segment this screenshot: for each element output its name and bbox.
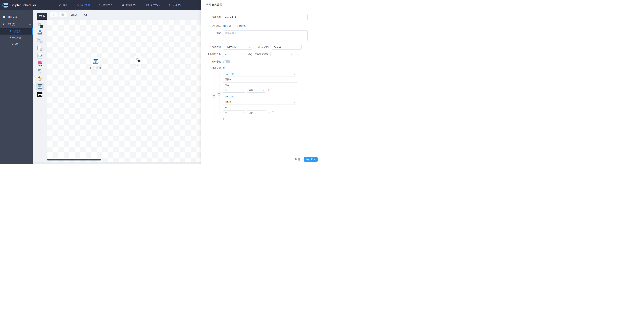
description-label: 描述 <box>201 30 223 36</box>
chevron-down-icon <box>298 46 300 48</box>
spark-star: ✶ <box>41 54 42 56</box>
dag-node-shell[interactable]: >_ <box>134 56 142 64</box>
shell-icon: >_ <box>37 22 43 28</box>
retry-times-label: 失败重试次数 <box>201 52 223 57</box>
sidebar-item-workflow-instance[interactable]: 工作流实例 <box>0 34 33 41</box>
dep1-workflow-select[interactable]: 日报B <box>223 77 297 82</box>
confirm-add-button[interactable]: 确认添加 <box>304 157 318 162</box>
worker-group-select[interactable]: Default <box>272 45 302 50</box>
cancel-button[interactable]: 取消 <box>295 158 300 161</box>
spark-icon: ✶ Spark <box>38 53 42 58</box>
dep2-task-select[interactable]: ALL <box>223 105 297 110</box>
flink-icon: Flink <box>38 61 42 66</box>
tool-shell[interactable]: >_ <box>36 21 44 29</box>
plus-circle-icon <box>272 111 274 114</box>
dep2-delete-button[interactable] <box>267 111 270 114</box>
tool-flink[interactable]: Flink <box>36 60 44 67</box>
dep1-task-select[interactable]: ALL <box>223 82 297 87</box>
chevron-down-icon <box>294 106 296 108</box>
nav-item-security-center[interactable]: 安全中心 <box>168 0 183 10</box>
dep-group-delete-button[interactable] <box>223 117 226 120</box>
main-nav: 首页 项目管理 资源中心 数据源中心 监控中心 安全中心 <box>58 0 183 10</box>
chevron-down-icon <box>294 78 296 80</box>
tool-mr[interactable]: MR oo <box>36 67 44 75</box>
tool-python[interactable]: py <box>36 75 44 83</box>
retry-times-select[interactable]: 0 <box>223 52 247 57</box>
canvas-horizontal-scrollbar[interactable] <box>47 159 101 160</box>
sidebar-item-workflow-definition[interactable]: 工作流定义 <box>0 28 33 34</box>
tool-dependent[interactable] <box>36 83 44 90</box>
mr-icon: MR oo <box>38 69 42 73</box>
nav-item-datasource-center[interactable]: 数据源中心 <box>121 0 138 10</box>
tool-sql[interactable] <box>36 36 44 44</box>
task-toolbox: >_ ✶ Spark Flink <box>33 20 47 162</box>
workflow-tab-label: 周报A <box>70 10 77 20</box>
sidebar-collapse-handle[interactable]: ‹ <box>33 76 35 84</box>
tool-http[interactable]: ••• HTTP <box>36 90 44 98</box>
dep1-delete-button[interactable] <box>267 89 270 92</box>
view-code-button[interactable]: </> <box>50 12 58 17</box>
dep2-range-select[interactable]: 上周 <box>247 110 266 115</box>
sidebar-item-project-home[interactable]: 项目首页 <box>0 13 33 21</box>
arrow-right-circle-icon: ➜ <box>62 13 64 16</box>
chevron-down-icon <box>29 23 31 25</box>
sidebar-item-workflow[interactable]: 工作流 <box>0 21 33 28</box>
nav-item-monitor-center[interactable]: 监控中心 <box>146 0 160 10</box>
run-flag-prohibit-radio[interactable]: 禁止执行 <box>235 24 248 27</box>
copy-icon <box>84 13 87 16</box>
dep1-cycle-select[interactable]: 周 <box>223 88 245 93</box>
shield-check-icon <box>169 4 172 6</box>
copy-workflow-button[interactable] <box>84 13 87 17</box>
tool-procedure[interactable] <box>36 44 44 52</box>
tool-spark[interactable]: ✶ Spark <box>36 52 44 60</box>
dep2-workflow-select[interactable]: 日报C <box>223 100 297 104</box>
brand[interactable]: DolphinScheduler <box>0 2 42 8</box>
dag-canvas[interactable]: tasks-17859 >_ a <box>47 20 201 162</box>
dep-add-item-button[interactable] <box>272 111 274 114</box>
nav-item-resource-center[interactable]: 资源中心 <box>98 0 113 10</box>
canvas-header: 工具栏 </> ➜ 周报A <box>33 10 201 20</box>
chevron-down-icon <box>294 101 296 103</box>
chevron-down-icon <box>294 84 296 85</box>
chevron-down-icon <box>242 89 244 91</box>
dolphin-logo-icon <box>2 2 9 8</box>
retry-interval-select[interactable]: 1 <box>270 52 294 57</box>
dependency-inner-relation-badge[interactable]: 且 <box>217 92 221 96</box>
dolphinscheduler-app: DolphinScheduler 首页 项目管理 资源中心 数据源中心 监控中心 <box>0 0 322 164</box>
plus-circle-icon <box>223 66 226 69</box>
chevron-down-icon <box>294 96 296 97</box>
dep1-project-select[interactable]: cxc_1113 <box>223 72 297 76</box>
shell-icon: >_ <box>136 57 140 62</box>
nav-item-project-management[interactable]: 项目管理 <box>76 0 90 10</box>
retry-interval-label: 失败重试间隔 <box>254 53 270 56</box>
dag-node-label: tasks-17859 <box>90 67 101 69</box>
dependency-outer-relation-badge[interactable]: 且 <box>212 94 216 98</box>
add-dependency-button[interactable] <box>223 66 226 69</box>
arrow-up-icon: ↑ <box>225 46 226 48</box>
radio-unselected-icon <box>235 25 238 27</box>
sidebar-item-task-instance[interactable]: 任务实例 <box>0 41 33 47</box>
toolbox-title: 工具栏 <box>37 13 47 20</box>
node-settings-drawer: 当前节点设置 节点名称 运行标志 正常 <box>201 0 322 164</box>
dep1-range-select[interactable]: 本周 <box>247 88 266 93</box>
go-button[interactable]: ➜ <box>59 12 67 17</box>
dep2-cycle-select[interactable]: 周 <box>223 110 245 115</box>
nav-item-home[interactable]: 首页 <box>58 0 68 10</box>
description-textarea[interactable] <box>223 30 308 41</box>
trash-icon <box>267 111 270 114</box>
dependency-editor: 且 且 cxc_1113 日报B ALL <box>201 72 322 122</box>
timeout-alarm-toggle[interactable] <box>223 60 230 63</box>
radio-selected-icon <box>223 25 226 27</box>
run-flag-normal-radio[interactable]: 正常 <box>223 24 232 27</box>
timeout-alarm-label: 超时告警 <box>201 59 223 64</box>
drawer-footer: 取消 确认添加 <box>201 155 322 164</box>
folder-open-icon <box>99 4 102 6</box>
retry-times-unit: (次) <box>247 52 254 57</box>
left-sidebar: 项目首页 工作流 工作流定义 工作流实例 任务实例 <box>0 10 33 164</box>
dependent-icon <box>93 58 99 65</box>
node-name-input[interactable] <box>223 14 308 20</box>
dep2-project-select[interactable]: cxc_1113 <box>223 94 297 99</box>
dag-node-dependent[interactable] <box>91 57 100 66</box>
tool-sub-process[interactable] <box>36 29 44 36</box>
priority-select[interactable]: ↑ MEDIUM <box>223 45 252 50</box>
